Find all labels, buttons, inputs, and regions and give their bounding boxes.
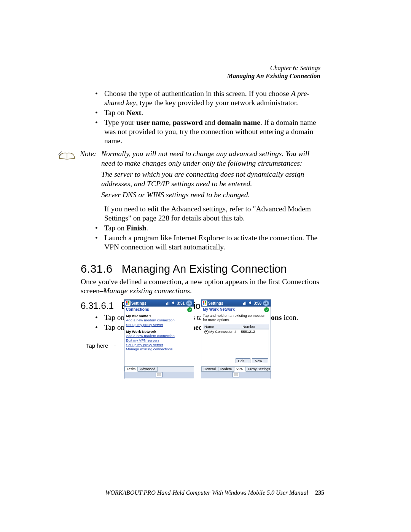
chapter-label: Chapter 6: Settings [227, 64, 320, 72]
link[interactable]: Set up my proxy server [126, 323, 192, 327]
cell-name[interactable]: My Connection 4 [209, 329, 236, 334]
paragraph: Once you've defined a connection, a new … [81, 277, 320, 296]
note-body: Normally, you will not need to change an… [101, 149, 320, 201]
text: Tap on [104, 224, 126, 232]
callout-label: Tap here [86, 342, 108, 349]
bullet-item: Type your user name, password and domain… [81, 118, 320, 145]
keyboard-icon[interactable] [233, 372, 239, 377]
svg-rect-8 [169, 302, 169, 305]
text: Tap on [104, 323, 126, 331]
text: . [146, 224, 148, 232]
bold-text: Next [126, 109, 141, 117]
windows-flag-icon[interactable] [202, 300, 207, 306]
svg-rect-3 [128, 301, 129, 303]
bold-text: user name [136, 118, 169, 126]
group-title: My Work Network [126, 329, 192, 334]
heading-number: 6.31.6.1 [81, 300, 114, 311]
svg-marker-9 [172, 301, 174, 305]
tab-general[interactable]: General [201, 366, 218, 372]
link[interactable]: Add a new modem connection [126, 318, 192, 323]
svg-rect-7 [167, 302, 168, 305]
bullet-item: Tap on Next. [81, 108, 320, 117]
bullet-item: Tap on Manage existing connections. [81, 323, 320, 332]
arrow-right-icon [106, 345, 124, 345]
svg-rect-5 [128, 303, 129, 305]
tab-proxy-settings[interactable]: Proxy Settings [246, 366, 271, 372]
text: Type your [104, 118, 136, 126]
heading-3: 6.31.6.1 Editing A Connection [81, 300, 320, 312]
group-title: My ISP name 1 [126, 314, 192, 318]
note-line: Normally, you will not need to change an… [101, 149, 320, 168]
ok-button[interactable]: ok [263, 300, 269, 306]
emphasis: Manage existing connections [104, 287, 190, 295]
text: and [203, 118, 217, 126]
heading-title: Managing An Existing Connection [122, 263, 287, 275]
link-manage-existing[interactable]: Manage existing connections [126, 347, 192, 351]
bold-text: domain name [217, 118, 260, 126]
ok-button[interactable]: ok [186, 300, 192, 306]
keyboard-icon[interactable] [156, 372, 162, 377]
note-label: Note: [80, 149, 101, 159]
text: Tap on [104, 313, 126, 321]
svg-marker-20 [249, 301, 251, 305]
note-line: The server to which you are connecting d… [101, 170, 320, 189]
instruction-text: Tap and hold on an existing connection f… [203, 314, 269, 322]
link[interactable]: Edit my VPN servers [126, 338, 192, 343]
note-book-icon [58, 149, 76, 163]
link[interactable]: Set up my proxy server [126, 343, 192, 347]
help-icon[interactable]: ? [187, 307, 192, 312]
svg-rect-21 [234, 374, 238, 376]
cell-number: 5551212 [241, 329, 255, 334]
tab-tasks[interactable]: Tasks [124, 366, 138, 372]
svg-rect-17 [243, 303, 244, 305]
bullet-item: Tap on Finish. [81, 224, 320, 233]
edit-button[interactable]: Edit… [236, 358, 251, 363]
window-title: Settings [208, 301, 242, 305]
text: . [190, 287, 192, 295]
bold-text: password [173, 118, 203, 126]
new-button[interactable]: New… [252, 358, 268, 363]
svg-rect-15 [203, 303, 204, 305]
panel-title: My Work Network [203, 307, 235, 312]
bullet-item: Launch a program like Internet Explorer … [81, 233, 320, 252]
signal-icon [166, 301, 170, 305]
clock: 3:51 [177, 301, 185, 305]
svg-rect-4 [126, 303, 127, 305]
bullet-item: Tap on Settings>Connections tab. Tap on … [81, 313, 320, 322]
bold-text: Finish [126, 224, 146, 232]
heading-number: 6.31.6 [81, 263, 113, 275]
text: , type the key provided by your network … [136, 99, 298, 107]
svg-rect-16 [205, 303, 206, 305]
radio-selected-icon[interactable] [204, 330, 209, 334]
link[interactable]: Add a new modem connection [126, 334, 192, 338]
heading-2: 6.31.6 Managing An Existing Connection [81, 262, 320, 276]
svg-rect-18 [244, 302, 245, 305]
section-label: Managing An Existing Connection [227, 72, 320, 80]
help-icon[interactable]: ? [264, 307, 269, 312]
text: icon. [282, 313, 298, 321]
tab-advanced[interactable]: Advanced [138, 366, 158, 372]
pda-screenshot-right: Settings 3:58 ok My Work Network ? Tap a… [201, 299, 271, 379]
svg-rect-10 [157, 374, 161, 376]
bullet-item: Choose the type of authentication in thi… [81, 89, 320, 107]
svg-rect-19 [245, 302, 246, 305]
text: Choose the type of authentication in thi… [104, 89, 291, 97]
text: , [169, 118, 173, 126]
text: Tap on [104, 109, 126, 117]
svg-rect-2 [126, 301, 127, 303]
svg-rect-13 [203, 301, 204, 303]
svg-rect-6 [166, 303, 167, 305]
signal-icon [243, 301, 247, 305]
tab-modem[interactable]: Modem [218, 366, 234, 372]
footer-text: WORKABOUT PRO Hand-Held Computer With Wi… [105, 489, 308, 496]
text: . [141, 109, 143, 117]
windows-flag-icon[interactable] [125, 300, 131, 306]
window-title: Settings [131, 301, 166, 305]
svg-rect-14 [205, 301, 206, 303]
panel-title: Connections [126, 307, 149, 312]
pda-screenshot-left: Settings 3:51 ok Connections ? My ISP na… [124, 299, 194, 379]
clock: 3:58 [254, 301, 261, 305]
page-number: 235 [315, 489, 324, 496]
tab-vpn[interactable]: VPN [234, 366, 246, 372]
paragraph: If you need to edit the Advanced setting… [81, 204, 320, 223]
